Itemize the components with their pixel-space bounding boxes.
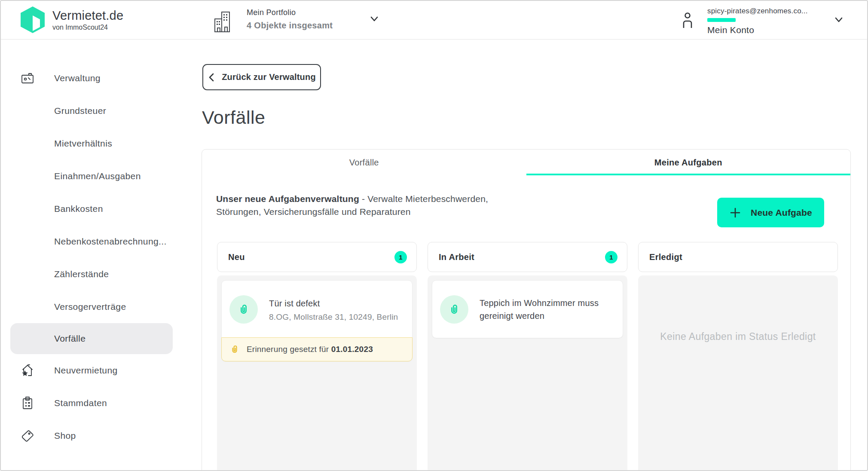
sidebar-item-neuvermietung[interactable]: Neuvermietung [1, 354, 199, 387]
sidebar-item-label: Zählerstände [54, 269, 109, 279]
sidebar-item-label: Bankkosten [54, 204, 103, 214]
sidebar-item-zaehlerstaende[interactable]: Zählerstände [1, 258, 199, 291]
account-label: Mein Konto [707, 25, 808, 35]
portfolio-selector[interactable]: Mein Portfolio 4 Objekte insgesamt [213, 8, 333, 33]
house-star-icon [21, 364, 34, 377]
sidebar-item-label: Versogerverträge [54, 302, 126, 312]
column-header: Erledigt [638, 242, 838, 272]
count-badge: 1 [605, 251, 617, 263]
page-title: Vorfälle [202, 107, 265, 128]
sidebar-item-label: Grundsteuer [54, 106, 106, 116]
column-title: Neu [228, 252, 245, 262]
app-window: Vermietet.de von ImmoScout24 [0, 0, 868, 471]
count-badge: 1 [394, 251, 407, 263]
task-title: Teppich im Wohnzimmer muss gereinigt wer… [480, 297, 604, 322]
sidebar-item-verwaltung[interactable]: Verwaltung [1, 62, 199, 95]
kanban-board: Neu 1 Tür [217, 242, 838, 471]
paperclip-icon [229, 344, 240, 355]
sidebar-item-label: Neuvermietung [54, 365, 118, 376]
reminder-banner: Erinnerung gesetzt für 01.01.2023 [221, 337, 413, 361]
tab-label: Vorfälle [349, 158, 379, 168]
column-title: Erledigt [649, 252, 682, 262]
portfolio-title: Mein Portfolio [247, 8, 333, 17]
paperclip-icon [237, 303, 250, 316]
tab-label: Meine Aufgaben [654, 158, 722, 168]
intro-bold: Unser neue Aufgabenverwaltung [216, 194, 359, 204]
portfolio-object-count: 4 Objekte insgesamt [247, 21, 333, 31]
account-email: spicy-pirates@zenhomes.co... [707, 7, 808, 15]
sidebar-item-mietverhaeltnis[interactable]: Mietverhältnis [1, 127, 199, 160]
sidebar-item-grundsteuer[interactable]: Grundsteuer [1, 95, 199, 127]
sidebar-item-versogervertraege[interactable]: Versogerverträge [1, 291, 199, 323]
column-body: Keine Aufgaben im Status Erledigt [638, 275, 838, 471]
column-title: In Arbeit [439, 252, 474, 262]
tag-icon [21, 429, 34, 443]
attachment-circle [440, 295, 468, 324]
new-task-button[interactable]: Neue Aufgabe [717, 198, 824, 227]
sidebar-item-label: Stammdaten [54, 398, 107, 408]
toolbox-icon [21, 71, 34, 85]
sidebar-item-label: Nebenkostenabrechnung... [54, 236, 167, 247]
column-body: Tür ist defekt 8.OG, Mollstraße 31, 1024… [217, 275, 417, 471]
tab-vorfaelle[interactable]: Vorfälle [202, 150, 526, 175]
house-logo-icon [20, 6, 46, 34]
tab-bar: Vorfälle Meine Aufgaben [202, 150, 850, 175]
top-header: Vermietet.de von ImmoScout24 [1, 1, 867, 40]
brand-title: Vermietet.de [52, 9, 123, 23]
intro-row: Unser neue Aufgabenverwaltung - Verwalte… [216, 193, 837, 219]
reminder-text: Erinnerung gesetzt für 01.01.2023 [247, 345, 373, 354]
sidebar-item-einahmen-ausgaben[interactable]: Einahmen/Ausgaben [1, 160, 199, 193]
sidebar-item-label: Vorfälle [54, 333, 86, 344]
task-address: 8.OG, Mollstraße 31, 10249, Berlin [269, 312, 398, 322]
back-button-label: Zurück zur Verwaltung [222, 72, 316, 82]
chevron-down-icon[interactable] [368, 13, 380, 25]
brand-subtitle: von ImmoScout24 [52, 24, 123, 31]
paperclip-icon [448, 303, 461, 316]
column-body: Teppich im Wohnzimmer muss gereinigt wer… [428, 275, 627, 471]
sidebar-item-bankkosten[interactable]: Bankkosten [1, 193, 199, 225]
new-task-button-label: Neue Aufgabe [751, 208, 812, 218]
task-card[interactable]: Tür ist defekt 8.OG, Mollstraße 31, 1024… [221, 280, 413, 361]
column-header: Neu 1 [217, 242, 417, 272]
intro-text: Unser neue Aufgabenverwaltung - Verwalte… [216, 193, 534, 219]
column-erledigt: Erledigt Keine Aufgaben im Status Erledi… [638, 242, 838, 471]
task-title: Tür ist defekt [269, 297, 398, 310]
chevron-left-icon [208, 73, 215, 82]
person-icon [680, 11, 695, 28]
sidebar-item-label: Shop [54, 431, 76, 441]
sidebar-item-vorfaelle[interactable]: Vorfälle [10, 323, 173, 354]
tab-meine-aufgaben[interactable]: Meine Aufgaben [526, 150, 851, 175]
buildings-icon [213, 11, 231, 33]
sidebar-item-stammdaten[interactable]: Stammdaten [1, 387, 199, 419]
sidebar-item-label: Mietverhältnis [54, 138, 112, 149]
sidebar-item-label: Einahmen/Ausgaben [54, 171, 141, 181]
reminder-date: 01.01.2023 [331, 345, 373, 354]
column-neu: Neu 1 Tür [217, 242, 417, 471]
empty-column-text: Keine Aufgaben im Status Erledigt [642, 331, 834, 343]
sidebar-nav: Verwaltung Grundsteuer Mietverhältnis Ei… [1, 40, 199, 470]
account-menu[interactable]: spicy-pirates@zenhomes.co... Mein Konto [680, 7, 808, 35]
sidebar-item-shop[interactable]: Shop [1, 419, 199, 452]
sidebar-item-label: Verwaltung [54, 73, 101, 83]
plus-icon [729, 207, 741, 219]
attachment-circle [229, 295, 258, 324]
back-to-verwaltung-button[interactable]: Zurück zur Verwaltung [202, 64, 321, 90]
clipboard-icon [21, 396, 34, 410]
main-content: Zurück zur Verwaltung Vorfälle Vorfälle … [199, 40, 867, 470]
column-in-arbeit: In Arbeit 1 [428, 242, 627, 471]
tasks-panel: Vorfälle Meine Aufgaben Unser neue Aufga… [202, 149, 851, 471]
chevron-down-icon[interactable] [833, 14, 845, 26]
task-card[interactable]: Teppich im Wohnzimmer muss gereinigt wer… [432, 280, 623, 338]
brand-logo[interactable]: Vermietet.de von ImmoScout24 [20, 6, 123, 34]
column-header: In Arbeit 1 [428, 242, 627, 272]
sidebar-item-nebenkostenabrechnung[interactable]: Nebenkostenabrechnung... [1, 225, 199, 258]
account-progress-bar [707, 18, 736, 22]
